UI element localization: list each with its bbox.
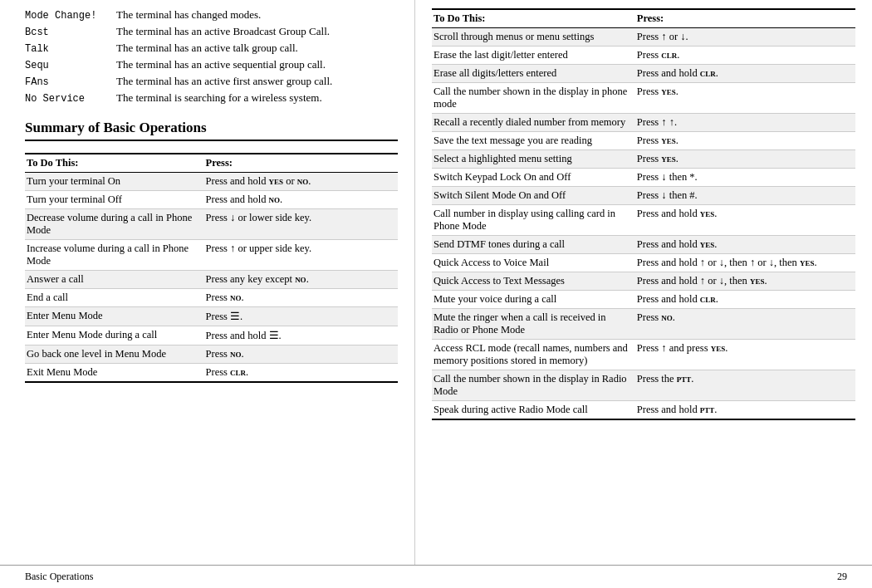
left-table-header-action: To Do This:: [25, 154, 204, 173]
action-cell: Speak during active Radio Mode call: [432, 401, 635, 420]
page-container: Mode Change!The terminal has changed mod…: [0, 0, 872, 588]
press-cell: Press ↓ then *.: [635, 169, 855, 187]
press-cell: Press ↑ or ↓.: [635, 28, 855, 47]
two-column-layout: Mode Change!The terminal has changed mod…: [0, 0, 872, 565]
press-cell: Press and hold clr.: [635, 291, 855, 309]
section-title: Summary of Basic Operations: [25, 120, 398, 136]
footer: Basic Operations 29: [0, 565, 872, 588]
action-cell: Save the text message you are reading: [432, 132, 635, 150]
table-row: Erase the last digit/letter enteredPress…: [432, 47, 855, 65]
press-cell: Press clr.: [204, 364, 398, 383]
action-cell: Enter Menu Mode: [25, 307, 204, 326]
mode-item: BcstThe terminal has an active Broadcast…: [25, 25, 398, 38]
action-cell: Send DTMF tones during a call: [432, 236, 635, 254]
mode-code: No Service: [25, 91, 116, 105]
action-cell: End a call: [25, 289, 204, 307]
press-cell: Press and hold ↑ or ↓, then yes.: [635, 272, 855, 291]
mode-code: FAns: [25, 75, 116, 88]
left-table-header-press: Press:: [204, 154, 398, 173]
table-row: Save the text message you are readingPre…: [432, 132, 855, 150]
action-cell: Quick Access to Text Messages: [432, 272, 635, 291]
action-cell: Turn your terminal Off: [25, 191, 204, 209]
action-cell: Switch Silent Mode On and Off: [432, 187, 635, 205]
table-row: Exit Menu ModePress clr.: [25, 364, 398, 383]
table-row: Mute the ringer when a call is received …: [432, 309, 855, 340]
table-row: Enter Menu ModePress ☰.: [25, 307, 398, 326]
action-cell: Access RCL mode (recall names, numbers a…: [432, 340, 635, 370]
mode-desc: The terminal has an active first answer …: [116, 75, 398, 88]
table-row: Call the number shown in the display in …: [432, 370, 855, 401]
action-cell: Mute your voice during a call: [432, 291, 635, 309]
table-row: Scroll through menus or menu settingsPre…: [432, 28, 855, 47]
action-cell: Select a highlighted menu setting: [432, 150, 635, 169]
action-cell: Call the number shown in the display in …: [432, 370, 635, 401]
table-row: Recall a recently dialed number from mem…: [432, 114, 855, 132]
press-cell: Press ↓ or lower side key.: [204, 209, 398, 240]
mode-code: Mode Change!: [25, 8, 116, 22]
press-cell: Press the ptt.: [635, 370, 855, 401]
right-ops-table: To Do This: Press: Scroll through menus …: [432, 8, 855, 420]
mode-item: Mode Change!The terminal has changed mod…: [25, 8, 398, 22]
action-cell: Decrease volume during a call in Phone M…: [25, 209, 204, 240]
action-cell: Call number in display using calling car…: [432, 205, 635, 236]
section-divider: [25, 140, 398, 141]
action-cell: Exit Menu Mode: [25, 364, 204, 383]
table-row: Turn your terminal OffPress and hold no.: [25, 191, 398, 209]
press-cell: Press no.: [635, 309, 855, 340]
table-row: Mute your voice during a callPress and h…: [432, 291, 855, 309]
press-cell: Press and hold clr.: [635, 65, 855, 83]
press-cell: Press yes.: [635, 150, 855, 169]
press-cell: Press yes.: [635, 132, 855, 150]
action-cell: Mute the ringer when a call is received …: [432, 309, 635, 340]
action-cell: Enter Menu Mode during a call: [25, 326, 204, 345]
table-row: Call number in display using calling car…: [432, 205, 855, 236]
table-row: Call the number shown in the display in …: [432, 83, 855, 114]
right-table-header-press: Press:: [635, 9, 855, 28]
mode-code: Talk: [25, 42, 116, 55]
press-cell: Press clr.: [635, 47, 855, 65]
press-cell: Press no.: [204, 289, 398, 307]
action-cell: Switch Keypad Lock On and Off: [432, 169, 635, 187]
right-column: To Do This: Press: Scroll through menus …: [415, 0, 872, 565]
footer-page-number: 29: [837, 571, 847, 583]
press-cell: Press and hold ☰.: [204, 326, 398, 345]
press-cell: Press yes.: [635, 83, 855, 114]
action-cell: Turn your terminal On: [25, 173, 204, 191]
table-row: Switch Keypad Lock On and OffPress ↓ the…: [432, 169, 855, 187]
action-cell: Recall a recently dialed number from mem…: [432, 114, 635, 132]
table-row: Quick Access to Text MessagesPress and h…: [432, 272, 855, 291]
table-row: Speak during active Radio Mode callPress…: [432, 401, 855, 420]
mode-desc: The terminal is searching for a wireless…: [116, 91, 398, 105]
table-row: Quick Access to Voice MailPress and hold…: [432, 254, 855, 272]
mode-list: Mode Change!The terminal has changed mod…: [25, 8, 398, 105]
press-cell: Press and hold yes.: [635, 236, 855, 254]
mode-desc: The terminal has changed modes.: [116, 8, 398, 22]
press-cell: Press ☰.: [204, 307, 398, 326]
left-column: Mode Change!The terminal has changed mod…: [0, 0, 415, 565]
action-cell: Increase volume during a call in Phone M…: [25, 240, 204, 271]
mode-code: Sequ: [25, 58, 116, 71]
action-cell: Quick Access to Voice Mail: [432, 254, 635, 272]
action-cell: Call the number shown in the display in …: [432, 83, 635, 114]
table-row: Select a highlighted menu settingPress y…: [432, 150, 855, 169]
table-row: Increase volume during a call in Phone M…: [25, 240, 398, 271]
action-cell: Erase the last digit/letter entered: [432, 47, 635, 65]
mode-item: SequThe terminal has an active sequentia…: [25, 58, 398, 71]
press-cell: Press ↑ ↑.: [635, 114, 855, 132]
press-cell: Press no.: [204, 345, 398, 364]
action-cell: Scroll through menus or menu settings: [432, 28, 635, 47]
table-row: Switch Silent Mode On and OffPress ↓ the…: [432, 187, 855, 205]
table-row: Go back one level in Menu ModePress no.: [25, 345, 398, 364]
action-cell: Answer a call: [25, 271, 204, 289]
press-cell: Press and hold ↑ or ↓, then ↑ or ↓, then…: [635, 254, 855, 272]
table-row: Erase all digits/letters enteredPress an…: [432, 65, 855, 83]
mode-desc: The terminal has an active talk group ca…: [116, 42, 398, 55]
mode-item: No ServiceThe terminal is searching for …: [25, 91, 398, 105]
table-row: Answer a callPress any key except no.: [25, 271, 398, 289]
press-cell: Press ↑ or upper side key.: [204, 240, 398, 271]
press-cell: Press and hold no.: [204, 191, 398, 209]
left-ops-table: To Do This: Press: Turn your terminal On…: [25, 153, 398, 383]
mode-desc: The terminal has an active Broadcast Gro…: [116, 25, 398, 38]
table-row: Enter Menu Mode during a callPress and h…: [25, 326, 398, 345]
table-row: Turn your terminal OnPress and hold yes …: [25, 173, 398, 191]
